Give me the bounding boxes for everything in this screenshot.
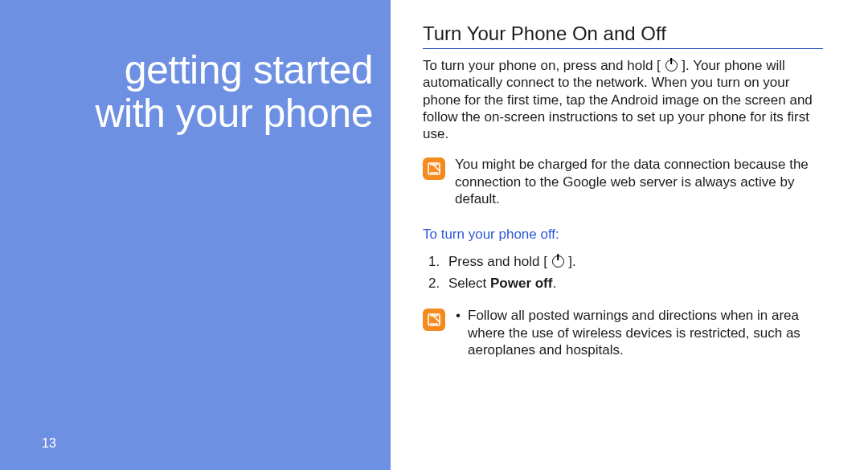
intro-paragraph: To turn your phone on, press and hold [ … xyxy=(423,57,823,142)
note-callout-1: You might be charged for the data connec… xyxy=(423,156,823,207)
chapter-title-panel: getting started with your phone 13 xyxy=(0,0,391,470)
note-text-1: You might be charged for the data connec… xyxy=(455,156,823,207)
step2-bold: Power off xyxy=(490,276,552,291)
note-callout-2: • Follow all posted warnings and directi… xyxy=(423,307,823,358)
chapter-title-line2: with your phone xyxy=(95,91,373,136)
step-2: Select Power off. xyxy=(444,272,823,294)
note-icon xyxy=(423,309,445,331)
step2-prefix: Select xyxy=(448,276,490,291)
step1-text-a: Press and hold [ xyxy=(448,254,547,269)
step1-text-b: ]. xyxy=(568,254,575,269)
manual-spread: getting started with your phone 13 Turn … xyxy=(0,0,868,470)
power-icon xyxy=(552,255,564,268)
note2-body: Follow all posted warnings and direction… xyxy=(468,307,823,358)
page-number: 13 xyxy=(42,436,56,451)
bullet-icon: • xyxy=(455,307,461,358)
chapter-title-line1: getting started xyxy=(125,47,373,92)
power-icon xyxy=(665,59,678,72)
step-1: Press and hold [ ]. xyxy=(444,251,823,272)
sub-heading: To turn your phone off: xyxy=(423,227,823,243)
intro-text-a: To turn your phone on, press and hold [ xyxy=(423,58,661,73)
note-text-2: • Follow all posted warnings and directi… xyxy=(455,307,823,358)
content-panel: Turn Your Phone On and Off To turn your … xyxy=(391,0,868,470)
chapter-title: getting started with your phone xyxy=(95,48,373,135)
section-title: Turn Your Phone On and Off xyxy=(423,22,823,49)
step2-suffix: . xyxy=(552,276,556,291)
note-icon xyxy=(423,157,445,180)
steps-list: Press and hold [ ]. Select Power off. xyxy=(428,251,823,294)
